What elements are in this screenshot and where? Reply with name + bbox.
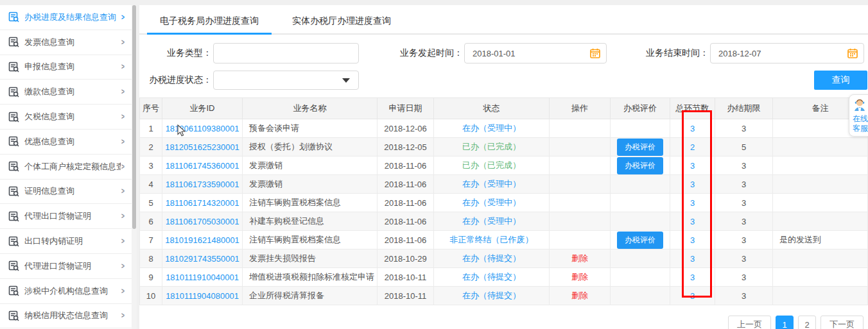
next-page-button[interactable]: 下一页 [820, 316, 864, 329]
total-steps-link[interactable]: 3 [690, 124, 695, 133]
progress-result-search-icon [8, 12, 19, 22]
sidebar-item[interactable]: 代理进口货物证明 > [0, 254, 132, 279]
sidebar-item-label: 纳税信用状态信息查询 [24, 310, 121, 321]
cell-deadline: 3 [715, 119, 773, 138]
status-badge: 已办（已完成） [462, 142, 521, 151]
cell-deadline: 3 [715, 194, 773, 212]
tab-etax-progress[interactable]: 电子税务局办理进度查询 [157, 5, 261, 33]
query-button[interactable]: 查询 [814, 71, 867, 90]
sidebar-item[interactable]: 代理出口货物证明 > [0, 204, 132, 229]
business-id-link[interactable]: 1810111910040001 [166, 273, 239, 282]
payment-search-icon [8, 87, 19, 97]
sidebar-item[interactable]: 纳税信用状态信息查询 > [0, 304, 132, 329]
total-steps-link[interactable]: 3 [690, 198, 695, 208]
cell-apply-date: 2018-11-06 [378, 231, 434, 249]
query-form-row-2: 办税进度状态： 查询 [139, 71, 868, 90]
prev-page-button[interactable]: 上一页 [728, 316, 771, 329]
service-label-line1: 在线 [853, 114, 868, 124]
status-badge: 在办（受理中） [462, 179, 521, 189]
sidebar-item[interactable]: 优惠信息查询 > [0, 130, 132, 155]
business-id-link[interactable]: 1811061705030001 [166, 217, 239, 226]
credit-status-search-icon [8, 310, 19, 321]
certificate-search-icon [8, 186, 19, 197]
sidebar-item[interactable]: 申报信息查询 > [0, 55, 132, 80]
cell-apply-date: 2018-12-06 [378, 119, 434, 138]
invoice-search-icon [8, 37, 19, 47]
sidebar-scrollbar[interactable] [132, 5, 137, 329]
cell-apply-date: 2018-11-06 [378, 156, 434, 175]
cell-index: 3 [140, 156, 162, 175]
col-header-apply-date: 申请日期 [378, 98, 434, 119]
table-row: 5 1811061714320001 注销车辆购置税档案信息 2018-11-0… [140, 194, 868, 212]
business-type-input[interactable] [213, 43, 359, 63]
sidebar-item-label: 优惠信息查询 [24, 136, 121, 148]
business-id-link[interactable]: 1811061714320001 [166, 198, 239, 208]
delete-link[interactable]: 删除 [571, 253, 588, 263]
total-steps-link[interactable]: 3 [690, 254, 695, 264]
page-number-2[interactable]: 2 [798, 316, 816, 329]
dropdown-arrow-icon [342, 78, 350, 83]
sidebar-item[interactable]: 欠税信息查询 > [0, 105, 132, 130]
business-id-link[interactable]: 1810111904080001 [166, 291, 239, 301]
business-id-link[interactable]: 1810291743550001 [165, 254, 239, 264]
business-id-link[interactable]: 1812061109380001 [166, 124, 239, 133]
cell-index: 2 [140, 138, 162, 156]
end-time-label: 业务结束时间： [636, 47, 709, 59]
sidebar-item[interactable]: 缴款信息查询 > [0, 80, 132, 105]
start-time-input[interactable]: 2018-01-01 [464, 43, 607, 63]
total-steps-link[interactable]: 3 [690, 291, 695, 301]
query-form-row-1: 业务类型： 业务发起时间： 2018-01-01 业务结束时间： [139, 43, 868, 63]
cell-index: 4 [140, 175, 162, 194]
cell-apply-date: 2018-11-06 [378, 194, 434, 212]
cell-deadline: 3 [715, 249, 773, 268]
chevron-right-icon: > [121, 162, 125, 171]
total-steps-link[interactable]: 3 [690, 180, 695, 189]
sidebar-item[interactable]: 发票信息查询 > [0, 30, 132, 55]
sidebar-item[interactable]: 个体工商户核定定额信息查询 > [0, 155, 132, 180]
business-id-link[interactable]: 1810191621480001 [165, 235, 239, 245]
col-header-total-steps: 总环节数 [670, 98, 715, 119]
sidebar-item-label: 办税进度及结果信息查询 [24, 12, 121, 23]
sidebar-item-label: 证明信息查询 [24, 185, 121, 197]
sidebar-item[interactable]: 证明信息查询 > [0, 180, 132, 205]
sidebar-item[interactable]: 办税进度及结果信息查询 > [0, 5, 132, 30]
total-steps-link[interactable]: 2 [690, 142, 695, 152]
status-badge: 在办（受理中） [462, 216, 521, 226]
sidebar-scrollbar-thumb[interactable] [132, 5, 136, 229]
calendar-icon[interactable] [590, 48, 600, 58]
page-number-1[interactable]: 1 [776, 316, 794, 329]
cell-index: 9 [140, 268, 162, 287]
total-steps-link[interactable]: 3 [690, 217, 695, 226]
sidebar-item[interactable]: 涉税中介机构信息查询 > [0, 279, 132, 304]
cell-business-name: 增值税进项税额扣除标准核定申请 [243, 268, 378, 287]
status-badge: 在办（受理中） [462, 198, 521, 207]
total-steps-link[interactable]: 3 [690, 273, 695, 282]
sidebar-item[interactable]: 出口转内销证明 > [0, 229, 132, 254]
business-id-link[interactable]: 1811061733590001 [166, 180, 239, 189]
cell-deadline: 3 [715, 287, 773, 305]
total-steps-link[interactable]: 3 [690, 235, 695, 245]
delete-link[interactable]: 删除 [571, 291, 588, 300]
evaluate-button[interactable]: 办税评价 [617, 139, 663, 156]
cell-index: 7 [140, 231, 162, 249]
end-time-input[interactable]: 2018-12-07 [710, 43, 864, 63]
progress-status-select[interactable] [213, 71, 359, 90]
tab-bar: 电子税务局办理进度查询 实体办税厅办理进度查询 [139, 5, 868, 35]
start-time-label: 业务发起时间： [390, 47, 463, 59]
delete-link[interactable]: 删除 [571, 272, 588, 282]
business-id-link[interactable]: 1812051625230001 [165, 142, 239, 152]
business-id-link[interactable]: 1811061745360001 [166, 161, 239, 171]
intermediary-search-icon [8, 285, 19, 296]
evaluate-button[interactable]: 办税评价 [617, 232, 663, 249]
cell-apply-date: 2018-10-11 [378, 268, 434, 287]
cell-remark: 是的发送到 [773, 231, 868, 249]
cell-remark [773, 268, 868, 287]
calendar-icon[interactable] [847, 48, 858, 58]
total-steps-link[interactable]: 3 [690, 161, 695, 171]
tab-hall-progress[interactable]: 实体办税厅办理进度查询 [290, 5, 394, 33]
cell-business-name: 发票挂失损毁报告 [243, 249, 378, 268]
cell-index: 10 [140, 287, 162, 305]
cell-business-name: 发票缴销 [243, 156, 378, 175]
online-service-widget[interactable]: 在线 客服 [849, 94, 868, 137]
evaluate-button[interactable]: 办税评价 [617, 157, 663, 174]
